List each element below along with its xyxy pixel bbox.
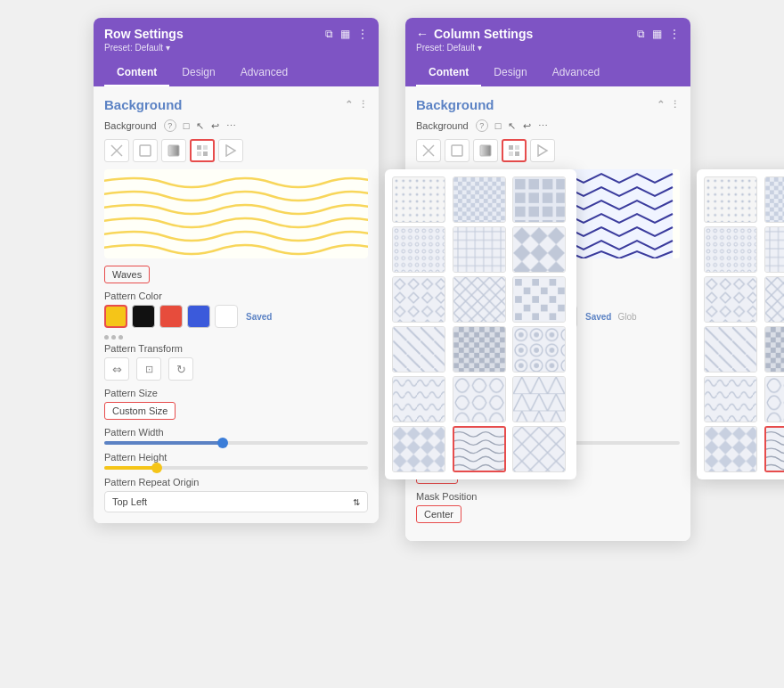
right-pat-16[interactable] (704, 426, 757, 472)
svg-rect-100 (765, 277, 784, 322)
left-bg-color-btn[interactable] (133, 139, 158, 162)
left-pat-3[interactable] (512, 176, 566, 223)
left-bg-desktop-icon[interactable]: □ (184, 120, 190, 131)
left-pat-16[interactable] (392, 426, 445, 472)
svg-rect-107 (705, 327, 756, 372)
right-bg-cursor-icon[interactable]: ↖ (508, 120, 516, 132)
right-header-more-icon[interactable]: ⋮ (669, 28, 680, 40)
left-pat-5[interactable] (453, 226, 506, 273)
right-back-icon[interactable]: ← (416, 27, 429, 41)
left-header-window-icon[interactable]: ⧉ (325, 28, 333, 40)
left-panel-preset[interactable]: Preset: Default ▾ (104, 43, 368, 53)
left-color-white[interactable] (215, 305, 238, 328)
right-mask-position-value[interactable]: Center (416, 505, 461, 523)
right-section-more-icon[interactable]: ⋮ (670, 99, 680, 111)
left-color-black[interactable] (132, 305, 155, 328)
left-pat-4[interactable] (392, 226, 445, 273)
tab-content-left[interactable]: Content (104, 60, 169, 86)
left-color-red[interactable] (159, 305, 183, 328)
tab-design-left[interactable]: Design (169, 60, 227, 86)
right-pat-13[interactable] (704, 376, 757, 422)
svg-rect-47 (453, 327, 505, 372)
right-bg-undo-icon[interactable]: ↩ (523, 120, 531, 132)
left-section-more-icon[interactable]: ⋮ (358, 99, 368, 111)
right-bg-none-btn[interactable] (416, 139, 441, 162)
svg-rect-86 (705, 227, 756, 272)
left-pattern-name[interactable]: Waves (104, 266, 150, 283)
left-pat-1[interactable] (392, 176, 445, 223)
left-pat-17-waves[interactable] (453, 426, 506, 472)
left-bg-video-btn[interactable] (218, 139, 243, 162)
tab-advanced-left[interactable]: Advanced (228, 60, 300, 86)
left-pat-12[interactable] (512, 326, 566, 373)
left-color-blue[interactable] (187, 305, 210, 328)
right-collapse-icon[interactable]: ⌃ (657, 99, 665, 111)
left-origin-chevron: ⇅ (353, 497, 360, 507)
right-panel-header: ← Column Settings ⧉ ▦ ⋮ Preset: Default … (405, 18, 690, 60)
right-pat-11[interactable] (764, 326, 784, 373)
left-header-grid-icon[interactable]: ▦ (340, 28, 350, 40)
right-pat-10[interactable] (704, 326, 757, 373)
right-bg-color-btn[interactable] (445, 139, 470, 162)
right-panel-preset[interactable]: Preset: Default ▾ (416, 43, 680, 53)
left-scale-btn[interactable]: ⊡ (136, 357, 161, 381)
left-height-slider[interactable] (104, 466, 368, 470)
right-pat-4[interactable] (704, 226, 757, 273)
left-pat-11[interactable] (453, 326, 506, 373)
left-bg-gradient-btn[interactable] (161, 139, 186, 162)
left-size-label: Pattern Size (104, 388, 368, 398)
left-pat-9[interactable] (512, 276, 566, 323)
right-pat-8[interactable] (764, 276, 784, 323)
tab-advanced-right[interactable]: Advanced (540, 60, 612, 86)
right-pat-5[interactable] (764, 226, 784, 273)
right-pat-14[interactable] (764, 376, 784, 422)
left-bg-info-icon[interactable]: ? (164, 119, 176, 132)
right-bg-type-icons (416, 139, 680, 162)
right-pat-17-waves[interactable] (764, 426, 784, 472)
left-rotate-btn[interactable]: ↻ (168, 357, 193, 381)
left-pat-15[interactable] (512, 376, 566, 422)
right-bg-video-btn[interactable] (530, 139, 555, 162)
left-pattern-color-label: Pattern Color (104, 291, 368, 301)
left-panel: Row Settings ⧉ ▦ ⋮ Preset: Default ▾ Con… (94, 18, 379, 523)
left-size-value[interactable]: Custom Size (104, 402, 176, 420)
left-collapse-icon[interactable]: ⌃ (345, 99, 353, 111)
left-pat-13[interactable] (392, 376, 445, 422)
right-bg-gradient-btn[interactable] (473, 139, 498, 162)
left-bg-more-icon[interactable]: ⋯ (226, 120, 236, 132)
svg-rect-3 (168, 145, 179, 156)
svg-rect-55 (453, 377, 505, 422)
left-section-title: Background ⌃ ⋮ (104, 97, 368, 112)
left-width-slider[interactable] (104, 441, 368, 445)
right-bg-desktop-icon[interactable]: □ (495, 120, 502, 131)
left-bg-none-btn[interactable] (104, 139, 129, 162)
tab-content-right[interactable]: Content (416, 60, 481, 86)
right-header-grid-icon[interactable]: ▦ (652, 28, 662, 40)
right-panel-tabs: Content Design Advanced (405, 60, 690, 86)
svg-rect-118 (705, 377, 756, 422)
left-bg-undo-icon[interactable]: ↩ (211, 120, 219, 132)
left-bg-cursor-icon[interactable]: ↖ (196, 120, 204, 132)
svg-rect-25 (453, 227, 505, 272)
right-pat-7[interactable] (704, 276, 757, 323)
left-pat-18[interactable] (512, 426, 566, 472)
left-flip-h-btn[interactable]: ⇔ (104, 357, 129, 381)
left-bg-pattern-btn[interactable] (190, 139, 215, 162)
right-pat-1[interactable] (704, 176, 757, 223)
right-bg-info-icon[interactable]: ? (476, 119, 488, 132)
left-pat-10[interactable] (392, 326, 445, 373)
left-pat-2[interactable] (453, 176, 506, 223)
right-bg-pattern-btn[interactable] (502, 139, 527, 162)
right-pat-2[interactable] (764, 176, 784, 223)
tab-design-right[interactable]: Design (481, 60, 539, 86)
left-header-more-icon[interactable]: ⋮ (357, 28, 368, 40)
left-origin-select[interactable]: Top Left ⇅ (104, 491, 368, 512)
left-dots-row (104, 335, 368, 340)
left-pat-8[interactable] (453, 276, 506, 323)
left-pat-6[interactable] (512, 226, 566, 273)
left-pat-7[interactable] (392, 276, 445, 323)
right-header-window-icon[interactable]: ⧉ (637, 28, 645, 40)
right-bg-more-icon[interactable]: ⋯ (538, 120, 548, 132)
left-color-yellow[interactable] (104, 305, 127, 328)
left-pat-14[interactable] (453, 376, 506, 422)
